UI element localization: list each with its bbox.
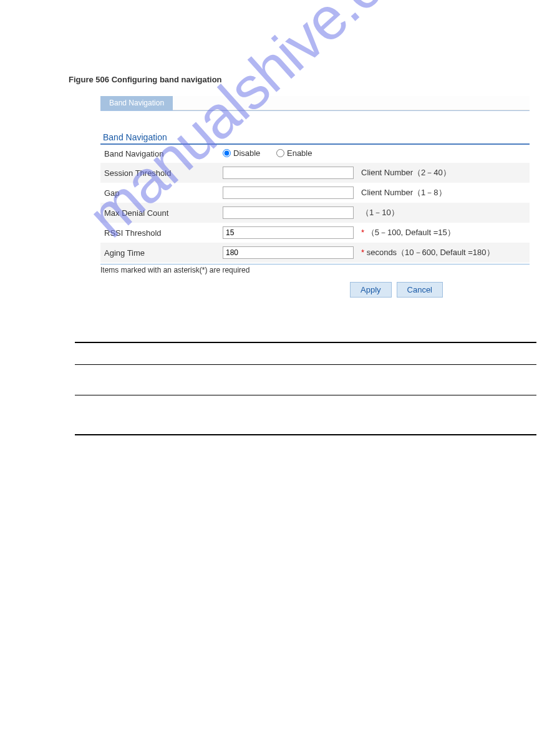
tab-bar-spacer <box>173 96 530 110</box>
radio-enable-label: Enable <box>287 148 312 158</box>
label-session-threshold: Session Threshold <box>100 163 219 183</box>
page-number: 521 <box>502 730 513 737</box>
apply-button[interactable]: Apply <box>350 282 392 298</box>
config-screenshot: Band Navigation Band Navigation Band Nav… <box>100 95 530 304</box>
input-max-denial[interactable] <box>223 206 354 219</box>
th-item: Item <box>75 342 162 365</box>
label-band-navigation: Band Navigation <box>100 145 219 163</box>
row-rssi: RSSI Threshold * （5－100, Default =15） <box>100 223 530 243</box>
row-gap: Gap Client Number（1－8） <box>100 183 530 203</box>
label-max-denial: Max Denial Count <box>100 203 219 223</box>
cell-item-2: Session Threshold <box>75 395 162 435</box>
input-session-threshold[interactable] <box>223 167 354 179</box>
para-body: Select AP > Band Navigation from the nav… <box>75 496 507 518</box>
input-aging[interactable] <box>223 246 354 259</box>
table-row: Session Threshold Set the maximum number… <box>75 395 536 435</box>
hint-session-threshold: Client Number（2－40） <box>357 163 530 183</box>
section-title: Band Navigation <box>103 132 530 142</box>
tab-band-navigation[interactable]: Band Navigation <box>100 96 173 110</box>
radio-disable-label: Disable <box>233 148 260 158</box>
req-aging: * <box>361 248 364 257</box>
para-heading: Configuring band navigation parameters <box>75 476 507 487</box>
required-note: Items marked with an asterisk(*) are req… <box>100 264 530 274</box>
row-band-navigation: Band Navigation Disable Enable <box>100 145 530 163</box>
hint-gap: Client Number（1－8） <box>357 183 530 203</box>
input-gap[interactable] <box>223 187 354 199</box>
return-to-link[interactable]: Band navigation configuration task list <box>113 460 263 470</box>
row-session-threshold: Session Threshold Client Number（2－40） <box>100 163 530 183</box>
cell-desc-1: Enable band navigation, and the access c… <box>162 365 536 395</box>
row-max-denial: Max Denial Count （1－10） <box>100 203 530 223</box>
th-desc: Description <box>162 342 536 365</box>
req-rssi: * <box>361 228 364 237</box>
input-rssi[interactable] <box>223 226 354 239</box>
hint-rssi: （5－100, Default =15） <box>367 228 455 237</box>
hint-aging: seconds（10－600, Default =180） <box>367 248 495 257</box>
description-table: Item Description Band Navigation Enable … <box>75 342 536 435</box>
label-gap: Gap <box>100 183 219 203</box>
figure-caption: Figure 506 Configuring band navigation <box>69 75 532 84</box>
return-to-label: Return to <box>75 460 111 470</box>
radio-disable[interactable] <box>223 149 231 157</box>
label-aging: Aging Time <box>100 243 219 263</box>
label-rssi: RSSI Threshold <box>100 223 219 243</box>
radio-enable[interactable] <box>276 149 284 157</box>
hint-max-denial: （1－10） <box>357 203 530 223</box>
row-aging: Aging Time * seconds（10－600, Default =18… <box>100 243 530 263</box>
cell-desc-2: Set the maximum number of 5 GHz clients … <box>162 395 536 435</box>
table-row: Band Navigation Enable band navigation, … <box>75 365 536 395</box>
cell-item-1: Band Navigation <box>75 365 162 395</box>
config-form-table: Band Navigation Disable Enable Session T <box>100 145 530 263</box>
cancel-button[interactable]: Cancel <box>397 282 443 298</box>
